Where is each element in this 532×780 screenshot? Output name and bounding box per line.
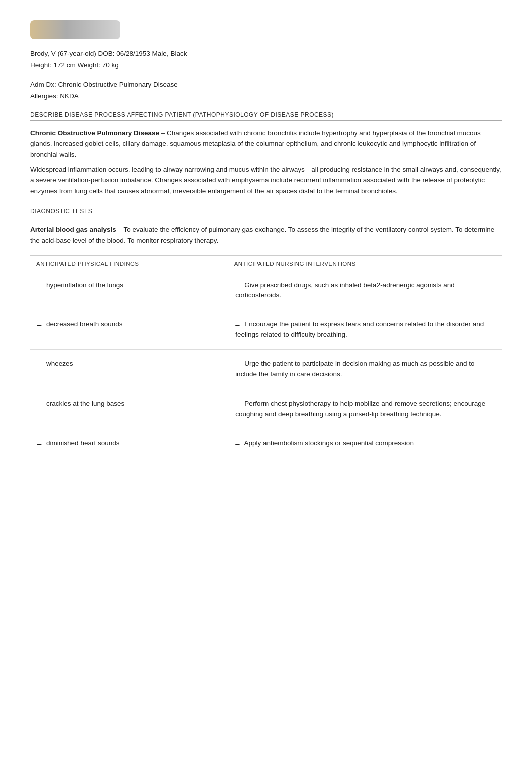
- finding-cell: – crackles at the lung bases: [30, 389, 228, 429]
- intervention-cell: – Urge the patient to participate in dec…: [228, 350, 502, 389]
- table-row: – diminished heart sounds– Apply antiemb…: [30, 429, 502, 458]
- describe-header: DESCRIBE DISEASE PROCESS AFFECTING PATIE…: [30, 111, 502, 121]
- dash-icon: –: [37, 440, 41, 447]
- diagnostic-para: Arterial blood gas analysis – To evaluat…: [30, 224, 502, 246]
- finding-cell: – diminished heart sounds: [30, 429, 228, 458]
- disease-para1: Chronic Obstructive Pulmonary Disease – …: [30, 128, 502, 160]
- patient-info: Brody, V (67-year-old) DOB: 06/28/1953 M…: [30, 48, 502, 71]
- adm-info: Adm Dx: Chronic Obstructive Pulmonary Di…: [30, 79, 502, 102]
- dash-icon: –: [37, 281, 41, 289]
- table-row: – wheezes– Urge the patient to participa…: [30, 350, 502, 389]
- diagnostic-section: Arterial blood gas analysis – To evaluat…: [30, 224, 502, 246]
- finding-cell: – decreased breath sounds: [30, 310, 228, 350]
- diagnostic-title: Arterial blood gas analysis: [30, 226, 116, 233]
- diagnostic-header: DIAGNOSTIC TESTS: [30, 208, 502, 217]
- dash-icon: –: [235, 281, 239, 289]
- table-row: – decreased breath sounds– Encourage the…: [30, 310, 502, 350]
- findings-interventions-table: ANTICIPATED PHYSICAL FINDINGS ANTICIPATE…: [30, 255, 502, 458]
- table-row: – hyperinflation of the lungs– Give pres…: [30, 271, 502, 310]
- disease-section: Chronic Obstructive Pulmonary Disease – …: [30, 128, 502, 197]
- dash-icon: –: [235, 400, 239, 408]
- table-row: – crackles at the lung bases– Perform ch…: [30, 389, 502, 429]
- intervention-cell: – Perform chest physiotherapy to help mo…: [228, 389, 502, 429]
- dash-icon: –: [37, 360, 41, 368]
- adm-line2: Allergies: NKDA: [30, 91, 502, 102]
- intervention-cell: – Encourage the patient to express fears…: [228, 310, 502, 350]
- dash-icon: –: [235, 360, 239, 368]
- col1-header: ANTICIPATED PHYSICAL FINDINGS: [30, 255, 228, 271]
- finding-cell: – hyperinflation of the lungs: [30, 271, 228, 310]
- dash-icon: –: [235, 440, 239, 447]
- disease-title: Chronic Obstructive Pulmonary Disease: [30, 129, 159, 137]
- finding-cell: – wheezes: [30, 350, 228, 389]
- disease-para2: Widespread inflammation occurs, leading …: [30, 164, 502, 197]
- intervention-cell: – Apply antiembolism stockings or sequen…: [228, 429, 502, 458]
- adm-line1: Adm Dx: Chronic Obstructive Pulmonary Di…: [30, 79, 502, 91]
- dash-icon: –: [235, 321, 239, 328]
- patient-line1: Brody, V (67-year-old) DOB: 06/28/1953 M…: [30, 48, 502, 60]
- intervention-cell: – Give prescribed drugs, such as inhaled…: [228, 271, 502, 310]
- dash-icon: –: [37, 400, 41, 408]
- dash-icon: –: [37, 321, 41, 328]
- logo-area: [30, 20, 502, 39]
- col2-header: ANTICIPATED NURSING INTERVENTIONS: [228, 255, 502, 271]
- patient-line2: Height: 172 cm Weight: 70 kg: [30, 60, 502, 71]
- logo-image: [30, 20, 120, 39]
